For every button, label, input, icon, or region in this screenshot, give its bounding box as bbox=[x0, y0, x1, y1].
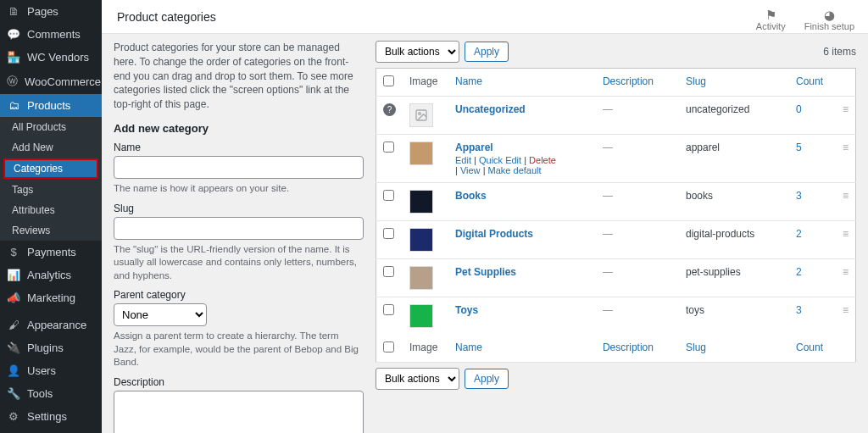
category-name-link[interactable]: Books bbox=[455, 190, 487, 202]
sidebar-item-tools[interactable]: 🔧Tools bbox=[0, 382, 102, 405]
edit-link[interactable]: Edit bbox=[455, 155, 471, 165]
description-label: Description bbox=[114, 376, 364, 388]
finish-setup-button[interactable]: ◕ Finish setup bbox=[804, 8, 854, 31]
count-link[interactable]: 3 bbox=[796, 190, 802, 202]
col-count-foot[interactable]: Count bbox=[789, 335, 836, 363]
category-thumbnail[interactable] bbox=[409, 304, 433, 328]
sidebar-item-payments[interactable]: $Payments bbox=[0, 241, 102, 264]
view-link[interactable]: View bbox=[460, 165, 481, 175]
vendor-icon: 🏪 bbox=[7, 51, 20, 64]
sidebar-item-woocommerce[interactable]: ⓦWooCommerce bbox=[0, 69, 102, 94]
col-slug[interactable]: Slug bbox=[679, 69, 789, 97]
category-thumbnail[interactable] bbox=[409, 266, 433, 290]
table-row: Toys—toys3≡ bbox=[376, 297, 856, 336]
submenu-categories[interactable]: Categories bbox=[3, 158, 98, 179]
count-link[interactable]: 2 bbox=[796, 266, 802, 278]
count-link[interactable]: 3 bbox=[796, 304, 802, 316]
sidebar-item-wc-vendors[interactable]: 🏪WC Vendors bbox=[0, 46, 102, 69]
make-default-link[interactable]: Make default bbox=[488, 165, 542, 175]
brush-icon: 🖌 bbox=[7, 319, 20, 331]
table-row: ?Uncategorized—uncategorized0≡ bbox=[376, 97, 856, 135]
name-label: Name bbox=[114, 142, 364, 153]
item-count: 6 items bbox=[823, 46, 856, 58]
category-name-link[interactable]: Pet Supplies bbox=[455, 266, 516, 278]
sidebar-item-products[interactable]: 🗂Products bbox=[0, 94, 102, 117]
empty-description: — bbox=[603, 228, 613, 240]
category-thumbnail[interactable] bbox=[409, 228, 433, 252]
category-name-link[interactable]: Digital Products bbox=[455, 228, 533, 240]
row-checkbox[interactable] bbox=[383, 304, 394, 315]
slug-input[interactable] bbox=[114, 217, 364, 240]
row-checkbox[interactable] bbox=[383, 228, 394, 239]
empty-description: — bbox=[603, 142, 613, 153]
sidebar-item-users[interactable]: 👤Users bbox=[0, 359, 102, 382]
sidebar-item-analytics[interactable]: 📊Analytics bbox=[0, 264, 102, 286]
sidebar-item-comments[interactable]: 💬Comments bbox=[0, 23, 102, 46]
col-image: Image bbox=[403, 69, 448, 97]
col-description-foot[interactable]: Description bbox=[596, 335, 679, 363]
category-name-link[interactable]: Apparel bbox=[455, 142, 493, 153]
drag-handle-icon[interactable]: ≡ bbox=[843, 266, 849, 278]
help-icon[interactable]: ? bbox=[383, 103, 396, 116]
sidebar-item-pages[interactable]: 🗎Pages bbox=[0, 0, 102, 23]
sidebar-item-marketing[interactable]: 📣Marketing bbox=[0, 286, 102, 309]
count-link[interactable]: 0 bbox=[796, 103, 802, 115]
bulk-actions-select-top[interactable]: Bulk actions bbox=[376, 41, 459, 63]
drag-handle-icon[interactable]: ≡ bbox=[843, 142, 849, 153]
row-checkbox[interactable] bbox=[383, 266, 394, 277]
category-thumbnail[interactable] bbox=[409, 103, 433, 127]
col-description[interactable]: Description bbox=[596, 69, 679, 97]
activity-button[interactable]: ⚑ Activity bbox=[756, 8, 786, 31]
sidebar-item-settings[interactable]: ⚙Settings bbox=[0, 405, 102, 428]
submenu-reviews[interactable]: Reviews bbox=[0, 220, 102, 241]
row-checkbox[interactable] bbox=[383, 190, 394, 201]
name-input[interactable] bbox=[114, 156, 364, 179]
drag-handle-icon[interactable]: ≡ bbox=[843, 103, 849, 115]
table-row: Books—books3≡ bbox=[376, 183, 856, 221]
intro-text: Product categories for your store can be… bbox=[114, 41, 364, 112]
count-link[interactable]: 5 bbox=[796, 142, 802, 153]
sidebar-item-label: Analytics bbox=[27, 269, 71, 281]
top-bar: Product categories ⚑ Activity ◕ Finish s… bbox=[102, 0, 868, 34]
tool-icon: 🔧 bbox=[7, 387, 20, 400]
categories-list-panel: Bulk actions Apply 6 items Image Name De… bbox=[376, 41, 856, 433]
bulk-actions-select-bottom[interactable]: Bulk actions bbox=[376, 368, 459, 390]
tablenav-top: Bulk actions Apply 6 items bbox=[376, 41, 856, 63]
row-actions: Edit | Quick Edit | Delete| View | Make … bbox=[455, 155, 589, 175]
money-icon: $ bbox=[7, 246, 20, 258]
delete-link[interactable]: Delete bbox=[529, 155, 556, 165]
slug-cell: books bbox=[679, 183, 789, 221]
sidebar-item-collapse-menu[interactable]: ◀Collapse menu bbox=[0, 428, 102, 433]
col-slug-foot[interactable]: Slug bbox=[679, 335, 789, 363]
apply-button-top[interactable]: Apply bbox=[465, 42, 509, 62]
sidebar-item-plugins[interactable]: 🔌Plugins bbox=[0, 336, 102, 359]
select-all-bottom[interactable] bbox=[383, 341, 394, 353]
col-count[interactable]: Count bbox=[789, 69, 836, 97]
quick-edit-link[interactable]: Quick Edit bbox=[479, 155, 521, 165]
category-thumbnail[interactable] bbox=[409, 142, 433, 165]
col-name[interactable]: Name bbox=[448, 69, 596, 97]
add-category-heading: Add new category bbox=[114, 122, 364, 135]
sidebar-item-label: WC Vendors bbox=[27, 51, 89, 64]
category-name-link[interactable]: Toys bbox=[455, 304, 478, 316]
empty-description: — bbox=[603, 190, 613, 202]
drag-handle-icon[interactable]: ≡ bbox=[843, 190, 849, 202]
submenu-attributes[interactable]: Attributes bbox=[0, 200, 102, 220]
submenu-tags[interactable]: Tags bbox=[0, 180, 102, 200]
count-link[interactable]: 2 bbox=[796, 228, 802, 240]
slug-cell: toys bbox=[679, 297, 789, 336]
drag-handle-icon[interactable]: ≡ bbox=[843, 304, 849, 316]
main-content: Product categories ⚑ Activity ◕ Finish s… bbox=[102, 0, 868, 433]
category-thumbnail[interactable] bbox=[409, 190, 433, 214]
category-name-link[interactable]: Uncategorized bbox=[455, 103, 526, 115]
row-checkbox[interactable] bbox=[383, 142, 394, 153]
drag-handle-icon[interactable]: ≡ bbox=[843, 228, 849, 240]
select-all-top[interactable] bbox=[383, 75, 394, 86]
submenu-add-new[interactable]: Add New bbox=[0, 137, 102, 158]
apply-button-bottom[interactable]: Apply bbox=[465, 369, 509, 389]
col-name-foot[interactable]: Name bbox=[448, 335, 596, 363]
sidebar-item-appearance[interactable]: 🖌Appearance bbox=[0, 314, 102, 336]
parent-select[interactable]: None bbox=[114, 303, 207, 326]
description-input[interactable] bbox=[114, 391, 364, 433]
submenu-all-products[interactable]: All Products bbox=[0, 117, 102, 137]
